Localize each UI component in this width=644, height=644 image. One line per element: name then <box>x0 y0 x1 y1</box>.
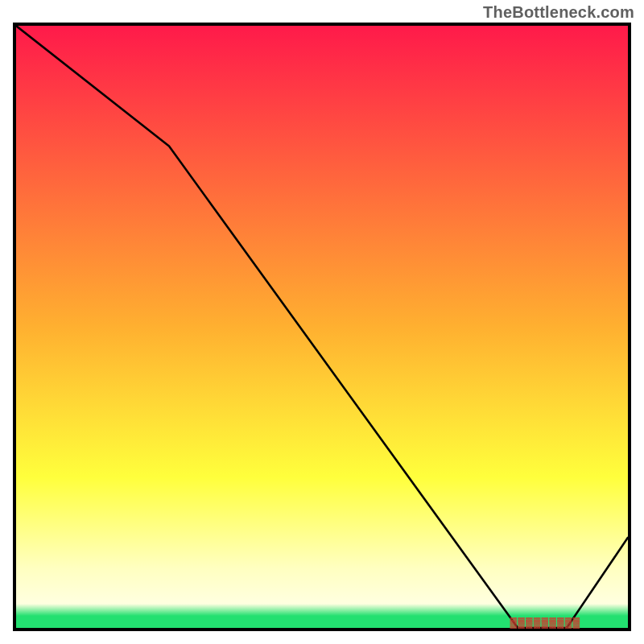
chart-line <box>16 26 628 628</box>
chart-plot-area: ▓▓▓▓▓▓▓▓▓ <box>13 23 631 631</box>
attribution-text: TheBottleneck.com <box>483 3 634 22</box>
minimum-segment-label: ▓▓▓▓▓▓▓▓▓ <box>510 617 581 628</box>
